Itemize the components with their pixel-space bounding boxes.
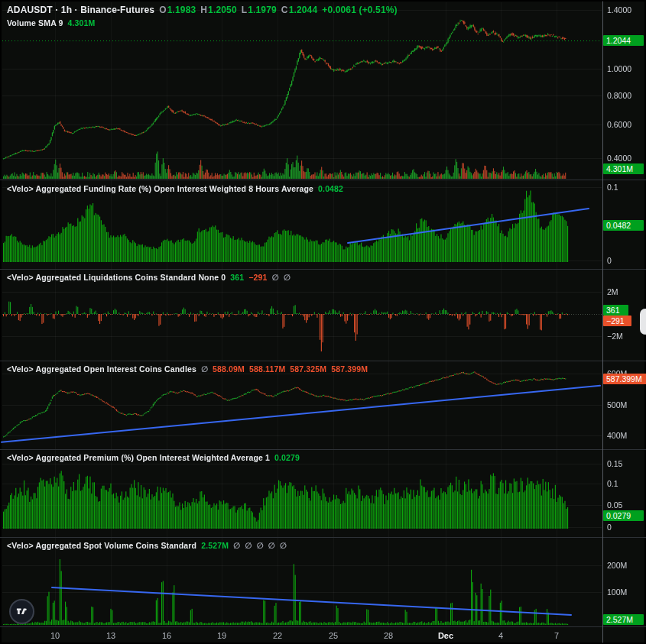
axis-tick-label: 0.4000 — [607, 154, 631, 163]
time-tick-label: Dec — [438, 631, 453, 640]
legend-part: ∅ — [256, 541, 263, 550]
legend-part: <Velo> Aggregated Premium (%) Open Inter… — [7, 453, 270, 462]
legend-part: 587.399M — [331, 364, 368, 374]
tradingview-logo-icon[interactable] — [9, 599, 34, 624]
legend-part: 1.1979 — [248, 5, 277, 15]
legend-part: O — [159, 5, 166, 15]
time-tick-label: 22 — [273, 631, 282, 640]
price-badge: −291 — [603, 316, 631, 326]
legend-part: 1.1983 — [167, 5, 196, 15]
legend-part: 1.2044 — [289, 5, 318, 15]
price-badge: 0.0279 — [603, 510, 644, 521]
premium-legend[interactable]: <Velo> Aggregated Premium (%) Open Inter… — [7, 453, 304, 462]
legend-part: 588.09M — [213, 364, 245, 374]
legend-part: 587.325M — [290, 364, 326, 374]
price-badge: 1.2044 — [603, 35, 644, 46]
time-tick-label: 10 — [50, 631, 60, 640]
liquidations-legend[interactable]: <Velo> Aggregated Liquidations Coins Sta… — [7, 273, 295, 282]
axis-tick-label: 0.15 — [607, 459, 622, 468]
open-interest-legend[interactable]: <Velo> Aggregated Open Interest Coins Ca… — [7, 364, 372, 374]
price-badge: 361 — [603, 305, 628, 316]
tv-glyph-icon — [15, 605, 28, 618]
legend-part: <Velo> Aggregated Funding Rate (%) Open … — [7, 184, 313, 193]
legend-part: ∅ — [272, 273, 279, 282]
axis-tick-label: 1.0000 — [607, 64, 631, 73]
axis-tick-label: 400M — [607, 431, 627, 440]
axis-tick-label: 0.1 — [607, 479, 618, 488]
legend-part: H — [200, 5, 207, 15]
volume-legend[interactable]: Volume SMA 94.301M — [7, 18, 100, 28]
legend-part: ∅ — [233, 541, 240, 550]
time-tick-label: 4 — [498, 631, 503, 640]
price-badge: 4.301M — [603, 163, 644, 174]
legend-part: 1.2050 — [208, 5, 237, 15]
legend-part: 588.117M — [249, 364, 285, 374]
axis-tick-label: 0 — [607, 256, 612, 265]
time-tick-label: 7 — [554, 631, 559, 640]
legend-part: ADAUSDT · 1h · Binance-Futures — [7, 5, 154, 15]
legend-part: 4.301M — [68, 18, 96, 28]
legend-part: ∅ — [280, 541, 287, 550]
axis-tick-label: 500M — [607, 400, 627, 409]
legend-part: C — [281, 5, 288, 15]
legend-part: 0.0279 — [274, 453, 300, 462]
legend-part: 0.0482 — [318, 184, 343, 193]
legend-part: <Velo> Aggregated Open Interest Coins Ca… — [7, 364, 196, 374]
axis-tick-label: 2M — [607, 287, 618, 296]
legend-part: ∅ — [245, 541, 252, 550]
time-tick-label: 13 — [106, 631, 115, 640]
symbol-legend[interactable]: ADAUSDT · 1h · Binance-FuturesO1.1983H1.… — [7, 5, 402, 15]
axis-tick-label: 100M — [607, 587, 627, 597]
legend-part: ∅ — [284, 273, 291, 282]
axis-tick-label: 0.6000 — [607, 120, 631, 129]
legend-part: <Velo> Aggregated Spot Volume Coins Stan… — [7, 541, 196, 550]
time-tick-label: 25 — [329, 631, 338, 640]
price-badge: 2.527M — [603, 614, 644, 625]
legend-part: L — [242, 5, 247, 15]
axis-tick-label: −2M — [607, 332, 623, 341]
side-toolbar-handle[interactable] — [640, 309, 646, 335]
spot-volume-legend[interactable]: <Velo> Aggregated Spot Volume Coins Stan… — [7, 541, 291, 550]
legend-part: −291 — [248, 273, 267, 282]
price-badge: 0.0482 — [603, 220, 644, 231]
axis-tick-label: 1.4000 — [607, 5, 631, 15]
price-badge: 587.399M — [603, 374, 646, 384]
legend-part: +0.0061 (+0.51%) — [322, 5, 397, 15]
legend-part: ∅ — [201, 364, 208, 374]
axis-tick-label: 0 — [607, 523, 612, 532]
legend-part: 2.527M — [201, 541, 229, 550]
legend-part: 361 — [230, 273, 244, 282]
funding-legend[interactable]: <Velo> Aggregated Funding Rate (%) Open … — [7, 184, 348, 193]
axis-tick-label: 0.05 — [607, 500, 622, 510]
tradingview-chart-window: ADAUSDT · 1h · Binance-FuturesO1.1983H1.… — [0, 0, 646, 644]
axis-tick-label: 200M — [607, 561, 627, 570]
time-tick-label: 16 — [162, 631, 171, 640]
legend-part: <Velo> Aggregated Liquidations Coins Sta… — [7, 273, 226, 282]
axis-tick-label: 0.1 — [607, 183, 618, 192]
axis-tick-label: 0.8000 — [607, 91, 631, 100]
legend-part: ∅ — [268, 541, 275, 550]
legend-part: Volume SMA 9 — [7, 18, 63, 28]
time-tick-label: 28 — [384, 631, 393, 640]
time-tick-label: 19 — [217, 631, 226, 640]
